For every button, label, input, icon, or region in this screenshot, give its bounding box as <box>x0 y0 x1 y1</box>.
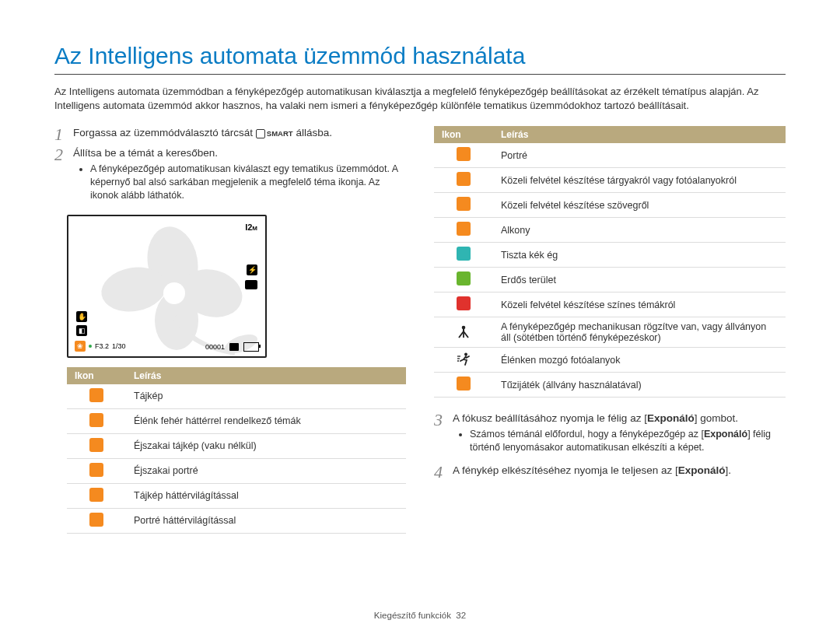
lcd-resolution-label: I2M <box>245 222 257 232</box>
table-row: Tájkép háttérvilágítással <box>67 483 406 508</box>
lcd-flash-icon: ⚡ <box>247 264 257 275</box>
tripod-icon <box>457 324 471 338</box>
lcd-fstop: F3.2 <box>95 342 109 350</box>
label-cell: Tiszta kék ég <box>493 243 786 268</box>
label-cell: Éjszakai portré <box>126 458 406 483</box>
label-cell: Portré háttérvilágítással <box>126 508 406 533</box>
lcd-sd-icon <box>229 343 239 351</box>
page-title: Az Intelligens automata üzemmód használa… <box>54 43 786 69</box>
icon-cell <box>67 458 126 483</box>
scene-icon <box>457 197 471 211</box>
th-leiras: Leírás <box>493 126 786 143</box>
footer-section: Kiegészítő funkciók <box>374 611 451 620</box>
th-ikon: Ikon <box>434 126 493 143</box>
scene-icon <box>457 296 471 310</box>
step-body: Forgassa az üzemmódválasztó tárcsát SMAR… <box>73 126 406 141</box>
table-row: Erdős terület <box>434 268 786 292</box>
table-row: Közeli felvétel készítése tárgyakról vag… <box>434 168 786 193</box>
lcd-counter: 00001 <box>205 343 225 351</box>
label-cell: Közeli felvétel készítése szövegről <box>493 193 786 218</box>
step-number: 3 <box>434 412 453 429</box>
table-row: Alkony <box>434 218 786 243</box>
title-rule <box>54 74 786 75</box>
step-2: 2 Állítsa be a témát a keresőben. A fény… <box>54 146 406 208</box>
table-row: Portré háttérvilágítással <box>67 508 406 533</box>
step-3: 3 A fókusz beállításához nyomja le félig… <box>434 412 786 461</box>
label-cell: Élénk fehér háttérrel rendelkező témák <box>126 408 406 433</box>
icon-cell <box>434 143 493 168</box>
icon-cell <box>434 373 493 398</box>
step-text-bold: Exponáló <box>678 464 726 476</box>
svg-point-4 <box>163 282 185 304</box>
th-leiras: Leírás <box>126 367 406 384</box>
table-row: Közeli felvétel készítése színes témákró… <box>434 292 786 317</box>
step-text-bold: Exponáló <box>647 412 695 424</box>
step-body: A fókusz beállításához nyomja le félig a… <box>453 412 786 461</box>
table-row: Élénken mozgó fotóalanyok <box>434 348 786 373</box>
scene-icon <box>457 247 471 261</box>
lcd-mode-icon: ❀ <box>75 341 86 352</box>
label-cell: Alkony <box>493 218 786 243</box>
scene-icon <box>89 438 103 452</box>
icon-cell <box>67 508 126 533</box>
table-row: Élénk fehér háttérrel rendelkező témák <box>67 408 406 433</box>
svg-line-9 <box>464 331 468 338</box>
lcd-bottom-left: ❀ F3.2 1/30 <box>75 341 126 352</box>
icon-cell <box>434 218 493 243</box>
step-1: 1 Forgassa az üzemmódválasztó tárcsát SM… <box>54 126 406 143</box>
step-bullet: Számos témánál előfordul, hogy a fénykép… <box>470 428 786 454</box>
label-cell: Tájkép <box>126 384 406 409</box>
icon-cell <box>67 408 126 433</box>
table-row: Tájkép <box>67 384 406 409</box>
table-row: Portré <box>434 143 786 168</box>
icon-cell <box>67 483 126 508</box>
lcd-shutter: 1/30 <box>112 342 126 350</box>
table-row: Éjszakai portré <box>67 458 406 483</box>
label-cell: Élénken mozgó fotóalanyok <box>493 348 786 373</box>
page-footer: Kiegészítő funkciók 32 <box>0 611 840 620</box>
bullet-bold: Exponáló <box>704 429 747 440</box>
icon-table-left: Ikon Leírás TájképÉlénk fehér háttérrel … <box>67 367 406 534</box>
step-text-post: állásba. <box>293 127 332 138</box>
step-text: Állítsa be a témát a keresőben. <box>73 147 218 159</box>
scene-icon <box>457 222 471 236</box>
step-4: 4 A fénykép elkészítéséhez nyomja le tel… <box>434 464 786 481</box>
step-body: A fénykép elkészítéséhez nyomja le telje… <box>453 464 786 478</box>
icon-table-right: Ikon Leírás PortréKözeli felvétel készít… <box>434 126 786 398</box>
lcd-stab2-icon: ◧ <box>76 325 87 336</box>
icon-cell <box>434 348 493 373</box>
step-text-post: ]. <box>725 464 731 476</box>
lcd-stab-icon: ✋ <box>76 311 87 322</box>
table-row: A fényképezőgép mechanikusan rögzítve va… <box>434 317 786 348</box>
icon-cell <box>67 384 126 409</box>
svg-point-6 <box>462 325 466 329</box>
label-cell: A fényképezőgép mechanikusan rögzítve va… <box>493 317 786 348</box>
scene-icon <box>89 388 103 402</box>
table-row: Tűzijáték (állvány használatával) <box>434 373 786 398</box>
icon-cell <box>434 193 493 218</box>
scene-icon <box>89 413 103 427</box>
label-cell: Közeli felvétel készítése tárgyakról vag… <box>493 168 786 193</box>
step-number: 4 <box>434 464 453 481</box>
step-bullet: A fényképezőgép automatikusan kiválaszt … <box>90 163 406 202</box>
table-row: Közeli felvétel készítése szövegről <box>434 193 786 218</box>
label-cell: Tűzijáték (állvány használatával) <box>493 373 786 398</box>
scene-icon <box>457 172 471 186</box>
icon-cell <box>67 433 126 458</box>
label-cell: Portré <box>493 143 786 168</box>
bullet-pre: Számos témánál előfordul, hogy a fénykép… <box>470 429 704 440</box>
flower-icon <box>87 219 266 356</box>
smart-mode-icon: SMART <box>256 128 293 138</box>
lcd-bottom-right: 00001 <box>205 342 259 352</box>
scene-icon <box>457 377 471 391</box>
scene-icon <box>457 147 471 161</box>
label-cell: Tájkép háttérvilágítással <box>126 483 406 508</box>
label-cell: Erdős terület <box>493 268 786 292</box>
icon-cell <box>434 168 493 193</box>
motion-icon <box>457 352 471 366</box>
scene-icon <box>89 463 103 477</box>
intro-paragraph: Az Intelligens automata üzemmódban a fén… <box>54 85 786 112</box>
label-cell: Éjszakai tájkép (vaku nélkül) <box>126 433 406 458</box>
footer-page: 32 <box>456 611 466 620</box>
step-body: Állítsa be a témát a keresőben. A fényké… <box>73 146 406 208</box>
